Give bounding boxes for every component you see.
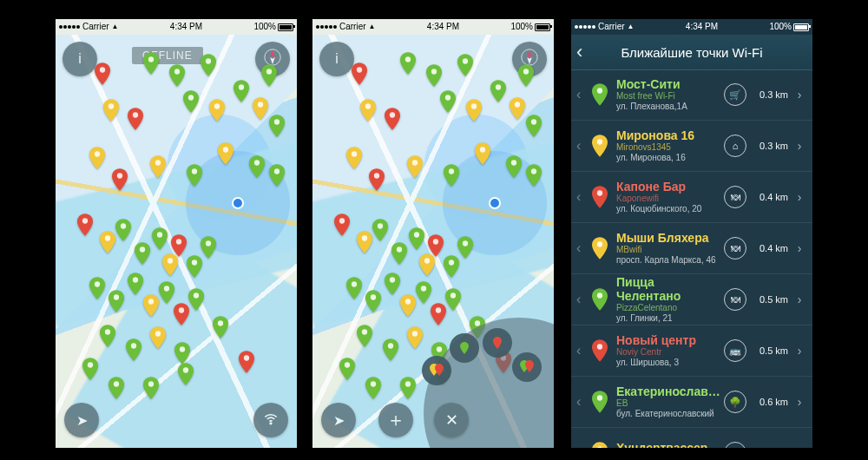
- map-pin[interactable]: [346, 277, 362, 299]
- chevron-right-icon[interactable]: ›: [795, 446, 804, 448]
- wifi-list-item[interactable]: ‹ Мост-Сити Most free Wi-Fi ул. Плеханов…: [571, 69, 812, 121]
- map-pin[interactable]: [510, 97, 525, 120]
- map-pin[interactable]: [346, 147, 362, 169]
- filter-fan-item[interactable]: [483, 328, 512, 358]
- map-pin[interactable]: [174, 303, 189, 325]
- map-pin[interactable]: [169, 64, 185, 87]
- chevron-right-icon[interactable]: ›: [795, 395, 804, 409]
- drag-handle-icon[interactable]: ‹: [576, 394, 583, 410]
- map-pin[interactable]: [171, 234, 187, 257]
- map-pin[interactable]: [261, 64, 277, 87]
- chevron-right-icon[interactable]: ›: [795, 292, 804, 306]
- map-pin[interactable]: [457, 236, 473, 259]
- map-pin[interactable]: [400, 52, 416, 75]
- chevron-right-icon[interactable]: ›: [795, 88, 804, 102]
- map-pin[interactable]: [178, 363, 194, 385]
- map-pin[interactable]: [77, 214, 93, 236]
- map-pin[interactable]: [108, 377, 124, 399]
- map-pin[interactable]: [383, 338, 398, 361]
- map-canvas[interactable]: i OFFLINE ➤: [56, 35, 297, 448]
- map-pin[interactable]: [357, 325, 372, 347]
- map-pin[interactable]: [89, 147, 105, 169]
- locate-button[interactable]: ➤: [321, 403, 356, 437]
- map-canvas[interactable]: i ➤ ＋ ✕: [312, 35, 554, 448]
- map-pin[interactable]: [218, 142, 233, 165]
- wifi-list-item[interactable]: ‹ Капоне Бар Kaponewifi ул. Коцюбинского…: [571, 172, 812, 223]
- map-pin[interactable]: [253, 97, 268, 120]
- map-pin[interactable]: [352, 62, 367, 85]
- drag-handle-icon[interactable]: ‹: [576, 445, 583, 448]
- map-pin[interactable]: [108, 290, 124, 312]
- map-pin[interactable]: [369, 168, 385, 191]
- map-pin[interactable]: [466, 99, 482, 122]
- add-button[interactable]: ＋: [378, 403, 413, 437]
- map-pin[interactable]: [431, 303, 446, 325]
- map-pin[interactable]: [233, 80, 249, 102]
- map-pin[interactable]: [159, 281, 174, 304]
- map-pin[interactable]: [143, 294, 159, 317]
- map-pin[interactable]: [339, 358, 355, 380]
- map-pin[interactable]: [201, 236, 216, 259]
- map-pin[interactable]: [249, 155, 265, 178]
- map-pin[interactable]: [126, 338, 141, 361]
- map-pin[interactable]: [82, 358, 98, 380]
- map-pin[interactable]: [89, 277, 105, 299]
- map-pin[interactable]: [506, 155, 522, 178]
- map-pin[interactable]: [209, 99, 225, 122]
- map-pin[interactable]: [407, 326, 423, 349]
- chevron-right-icon[interactable]: ›: [795, 344, 804, 358]
- filter-fan-item[interactable]: [422, 356, 451, 385]
- map-pin[interactable]: [269, 115, 285, 137]
- wifi-list-item[interactable]: ‹ Мыши Бляхера MBwifi просп. Карла Маркс…: [571, 223, 812, 274]
- map-pin[interactable]: [365, 377, 381, 399]
- map-pin[interactable]: [201, 54, 216, 76]
- map-pin[interactable]: [269, 164, 285, 187]
- map-pin[interactable]: [428, 234, 444, 257]
- map-pin[interactable]: [95, 62, 110, 85]
- map-pin[interactable]: [518, 64, 534, 87]
- locate-button[interactable]: ➤: [64, 403, 99, 437]
- drag-handle-icon[interactable]: ‹: [576, 138, 583, 154]
- map-pin[interactable]: [112, 168, 128, 191]
- map-pin[interactable]: [357, 231, 372, 253]
- filter-fan-item[interactable]: [450, 333, 479, 363]
- map-pin[interactable]: [526, 115, 542, 137]
- map-pin[interactable]: [407, 155, 423, 178]
- map-pin[interactable]: [103, 99, 119, 122]
- map-pin[interactable]: [143, 52, 159, 75]
- map-pin[interactable]: [183, 90, 199, 113]
- info-button[interactable]: i: [62, 42, 97, 76]
- map-pin[interactable]: [334, 214, 350, 236]
- map-pin[interactable]: [360, 99, 376, 122]
- wifi-list-item[interactable]: ‹ Пицца Челентано PizzaCelentano ул. Гли…: [571, 274, 812, 325]
- map-pin[interactable]: [372, 219, 388, 241]
- wifi-list-item[interactable]: ‹ Екатеринослав… EB бул. Екатеринославск…: [571, 377, 812, 428]
- map-pin[interactable]: [174, 342, 190, 365]
- map-pin[interactable]: [143, 377, 159, 399]
- info-button[interactable]: i: [319, 42, 354, 76]
- map-pin[interactable]: [426, 64, 442, 87]
- drag-handle-icon[interactable]: ‹: [576, 87, 583, 102]
- drag-handle-icon[interactable]: ‹: [576, 240, 583, 256]
- map-pin[interactable]: [400, 294, 416, 317]
- map-pin[interactable]: [457, 54, 473, 76]
- map-pin[interactable]: [475, 142, 490, 165]
- map-pin[interactable]: [152, 227, 168, 250]
- wifi-list[interactable]: ‹ Мост-Сити Most free Wi-Fi ул. Плеханов…: [571, 69, 812, 448]
- map-pin[interactable]: [188, 288, 204, 311]
- map-pin[interactable]: [490, 80, 506, 102]
- filter-fan-item[interactable]: [512, 352, 542, 382]
- map-pin[interactable]: [100, 325, 115, 347]
- map-pin[interactable]: [409, 227, 424, 250]
- map-pin[interactable]: [391, 242, 407, 265]
- map-pin[interactable]: [239, 351, 254, 373]
- map-pin[interactable]: [115, 219, 131, 241]
- wifi-scan-button[interactable]: [253, 403, 288, 437]
- map-pin[interactable]: [150, 326, 166, 349]
- map-pin[interactable]: [213, 316, 228, 338]
- map-pin[interactable]: [128, 108, 143, 130]
- map-pin[interactable]: [150, 155, 166, 178]
- map-pin[interactable]: [526, 164, 542, 187]
- chevron-right-icon[interactable]: ›: [795, 190, 804, 204]
- close-fan-button[interactable]: ✕: [434, 403, 469, 437]
